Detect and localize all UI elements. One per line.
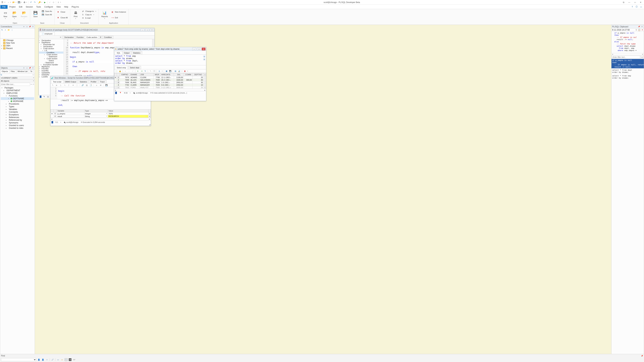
- grid-row[interactable]: 37698BLAKEMANAGER78391-5-1981 ▾2850,0030: [114, 81, 206, 84]
- commit-icon[interactable]: +: [124, 70, 126, 72]
- col-job[interactable]: JOB: [140, 73, 154, 76]
- col-empno[interactable]: EMPNO: [120, 73, 130, 76]
- all-objects-label[interactable]: All objects: [1, 80, 33, 82]
- highlight-icon[interactable]: 🖍: [51, 358, 54, 361]
- panel-close-icon[interactable]: ✕: [32, 26, 34, 28]
- tab-output[interactable]: Output: [122, 51, 131, 54]
- filter-more-icon[interactable]: ⋯: [30, 83, 32, 85]
- print-button[interactable]: 🖶Print▾: [72, 10, 79, 20]
- node-deptname[interactable]: ▸DEPTNAME: [1, 97, 34, 100]
- nav-up-icon[interactable]: ▲: [203, 55, 206, 58]
- scroll-left-icon[interactable]: ◂: [612, 53, 613, 55]
- panel-close-icon[interactable]: ✕: [32, 67, 34, 69]
- tab-trace[interactable]: Trace: [98, 80, 106, 83]
- col-value[interactable]: Value: [108, 109, 148, 112]
- copy-icon[interactable]: ⎘: [636, 29, 637, 31]
- sn-decl[interactable]: ▸Declaration: [39, 40, 64, 42]
- run-to-icon[interactable]: ⇥: [72, 84, 74, 86]
- node-synonyms[interactable]: ▸Synonyms: [1, 121, 34, 124]
- grid-icon[interactable]: ▦: [184, 70, 186, 72]
- menu-file[interactable]: File: [0, 5, 8, 9]
- max-icon[interactable]: ▭: [146, 29, 149, 31]
- closeall-button[interactable]: ✖Close All: [56, 16, 68, 19]
- panel-restore-icon[interactable]: ▭: [26, 26, 28, 28]
- refresh-icon[interactable]: ↻: [144, 70, 146, 72]
- edit-icon[interactable]: ✎: [149, 70, 152, 72]
- qa-key-icon[interactable]: 🔑: [38, 1, 41, 4]
- nav-down-icon[interactable]: ▼: [203, 58, 206, 61]
- email-button[interactable]: ✉E-mail: [81, 17, 97, 20]
- qa-commit-icon[interactable]: ✓: [48, 1, 51, 4]
- node-granted-users[interactable]: ▸Granted to users: [1, 124, 34, 127]
- first-icon[interactable]: ⇤: [137, 70, 139, 72]
- single-record-icon[interactable]: ▤: [174, 70, 176, 72]
- maximize-icon[interactable]: ▭: [634, 1, 636, 4]
- conn-recent[interactable]: ▸Recent: [1, 47, 34, 50]
- run-icon[interactable]: ▶: [56, 84, 58, 86]
- qa-config-icon[interactable]: ⫴: [57, 1, 60, 4]
- clear-icon[interactable]: ⌫: [153, 70, 155, 72]
- sn-statement[interactable]: ▪Statement: [39, 56, 64, 58]
- col-hiredate[interactable]: HIREDATE: [160, 73, 174, 76]
- unlink-icon[interactable]: ⛓: [86, 84, 88, 86]
- add-icon[interactable]: +: [4, 29, 6, 31]
- chart-icon[interactable]: 📊: [178, 70, 180, 72]
- objects-filter-input[interactable]: [0, 83, 30, 86]
- conn-chicago[interactable]: Chicago: [1, 39, 34, 42]
- prev-icon[interactable]: ◂: [51, 118, 52, 120]
- sn-codesec3[interactable]: ▾Code section: [39, 58, 64, 60]
- find-all-icon[interactable]: ≡: [46, 358, 48, 361]
- sql-hscroll[interactable]: ◂▸: [114, 89, 206, 91]
- scope2-icon[interactable]: ▭: [61, 358, 64, 361]
- open-button[interactable]: 📂Open▾: [11, 10, 18, 20]
- refresh-icon[interactable]: ↻: [0, 74, 2, 76]
- sn-condition[interactable]: Condition: [39, 52, 64, 54]
- sn-fetchre[interactable]: ▸FetchRe: [39, 68, 64, 70]
- step-over-icon[interactable]: ⤵: [60, 84, 62, 86]
- panel-dropdown-icon[interactable]: ▾: [23, 67, 25, 69]
- clipboard-filter-input[interactable]: [612, 56, 640, 59]
- post-icon[interactable]: ✓: [132, 70, 134, 72]
- panel-pin-icon[interactable]: 📌: [29, 67, 31, 69]
- tab-te[interactable]: Te: [29, 70, 34, 73]
- next-icon[interactable]: ▸: [149, 118, 150, 120]
- changeto-button[interactable]: ⇄Change to ▾: [81, 10, 97, 13]
- clipboard-item-selected[interactable]: if p_empno is null then -- If empno is n…: [612, 59, 644, 68]
- sn-mgrname[interactable]: ▸MgrName: [39, 66, 64, 68]
- menu-tools[interactable]: Tools: [34, 5, 42, 9]
- close-icon[interactable]: ✕: [639, 1, 642, 4]
- sn-if[interactable]: ▾◆If: [39, 50, 64, 52]
- scroll-right-icon[interactable]: ▸: [642, 53, 643, 55]
- qa-undo-icon[interactable]: ↶: [30, 1, 32, 4]
- sn-codesec2[interactable]: ▾Code section: [39, 54, 64, 56]
- min-icon[interactable]: —: [192, 48, 196, 50]
- menu-view[interactable]: View: [55, 5, 62, 9]
- sn-deletere[interactable]: ▸DeleteRe: [39, 74, 64, 76]
- bookmark-icon[interactable]: 📑: [90, 84, 92, 86]
- node-mgrname[interactable]: ▸MGRNAME: [1, 100, 34, 103]
- tab-profiler[interactable]: Profiler: [89, 80, 98, 83]
- step-out-icon[interactable]: ⤴: [68, 84, 70, 86]
- newinstance-button[interactable]: ◧New Instance: [110, 11, 127, 14]
- node-packages[interactable]: ▾Packages: [1, 86, 34, 89]
- sn-statement2[interactable]: ▪Statement: [39, 62, 64, 64]
- node-granted-roles[interactable]: ▸Granted to roles: [1, 127, 34, 129]
- lock-icon[interactable]: 🔒: [119, 70, 121, 72]
- word-icon[interactable]: AB: [69, 358, 72, 361]
- findbar-pin-icon[interactable]: 📌: [641, 355, 643, 357]
- grid-row[interactable]: 47782CLARKMANAGER78399-6-1981 ▾2450,0010: [114, 84, 206, 86]
- vars-icon[interactable]: ≡: [96, 84, 98, 86]
- current-user-label[interactable]: <CURRENT USER>: [1, 77, 33, 79]
- delete-icon[interactable]: −: [128, 70, 130, 72]
- menu-edit[interactable]: Edit: [17, 5, 24, 9]
- tab-testscript[interactable]: Test script: [51, 80, 63, 83]
- export-icon[interactable]: ▦: [165, 70, 168, 72]
- min-icon[interactable]: —: [141, 29, 144, 31]
- pin-icon[interactable]: 📍: [119, 92, 122, 94]
- tab-dbmsoutput[interactable]: DBMS Output: [63, 80, 78, 83]
- grid-row[interactable]: 27499ALLENSALESMAN769820-2-1981 ▾1600,00…: [114, 79, 206, 81]
- grid-row[interactable]: ▸17876ADAMSCLERK778812-1-1983 ▾1100,0020: [114, 76, 206, 79]
- col-comm[interactable]: COMM: [184, 73, 193, 76]
- max-icon[interactable]: ▭: [197, 48, 201, 50]
- edit-mode-icon[interactable]: ✎: [44, 96, 45, 98]
